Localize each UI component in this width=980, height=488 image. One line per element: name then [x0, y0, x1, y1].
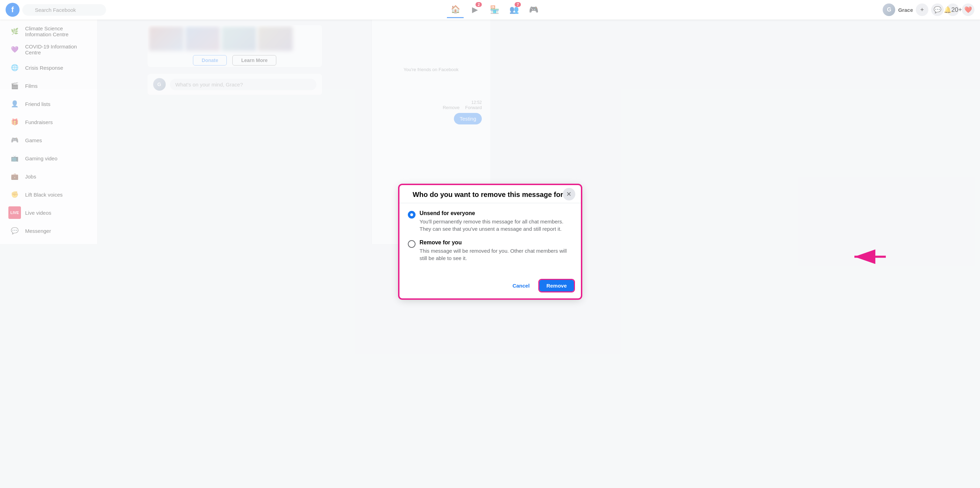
modal-title: Who do you want to remove this message f… — [413, 191, 490, 199]
modal-header: Who do you want to remove this message f… — [399, 185, 490, 203]
option-1-desc: You'll permanently remove this message f… — [420, 218, 490, 233]
radio-unsend-everyone[interactable] — [408, 211, 415, 219]
option-1-title: Unsend for everyone — [420, 210, 490, 217]
option-2-title: Remove for you — [420, 239, 490, 244]
modal-body: Unsend for everyone You'll permanently r… — [399, 203, 490, 244]
option-remove-for-you-row: Remove for you This message will be remo… — [408, 239, 490, 244]
remove-message-modal: Who do you want to remove this message f… — [399, 185, 490, 244]
option-unsend-everyone-row: Unsend for everyone You'll permanently r… — [408, 210, 490, 233]
option-1-text: Unsend for everyone You'll permanently r… — [420, 210, 490, 233]
radio-remove-for-you[interactable] — [408, 240, 415, 244]
option-2-text: Remove for you This message will be remo… — [420, 239, 490, 244]
